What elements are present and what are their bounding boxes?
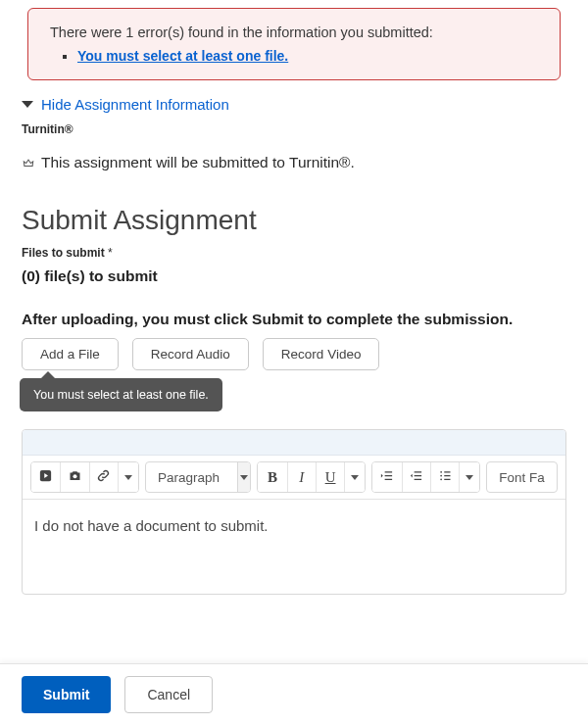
- toolbar-group-format: B I U: [257, 461, 366, 493]
- indent-button[interactable]: [372, 462, 401, 492]
- chevron-down-icon: [124, 475, 132, 480]
- bold-icon: B: [268, 469, 277, 486]
- files-field-label: Files to submit *: [22, 246, 566, 260]
- chevron-down-icon: [240, 475, 248, 480]
- insert-link-button[interactable]: [89, 462, 118, 492]
- paragraph-style-drop: [237, 462, 250, 492]
- indent-icon: [379, 468, 394, 486]
- toggle-assignment-info-label: Hide Assignment Information: [41, 96, 229, 113]
- record-video-button[interactable]: Record Video: [263, 338, 380, 370]
- footer-action-bar: Submit Cancel: [0, 663, 588, 673]
- record-audio-button[interactable]: Record Audio: [132, 338, 249, 370]
- bold-button[interactable]: B: [258, 462, 286, 492]
- font-family-select[interactable]: Font Fa: [486, 461, 558, 493]
- svg-point-3: [440, 475, 442, 477]
- link-icon: [96, 468, 111, 486]
- paragraph-style-label: Paragraph: [146, 462, 237, 492]
- form-error-item: You must select at least one file.: [77, 48, 538, 64]
- bullet-list-icon: [438, 468, 453, 486]
- toggle-assignment-info[interactable]: Hide Assignment Information: [22, 96, 229, 113]
- insert-image-button[interactable]: [60, 462, 88, 492]
- form-error-link[interactable]: You must select at least one file.: [77, 48, 288, 64]
- add-file-error-tooltip: You must select at least one file.: [20, 378, 222, 411]
- play-icon: [38, 468, 53, 486]
- paragraph-style-select[interactable]: Paragraph: [145, 461, 251, 493]
- svg-point-2: [440, 471, 442, 473]
- editor-top-strip: [23, 430, 565, 456]
- font-family-label: Font Fa: [487, 462, 558, 492]
- italic-button[interactable]: I: [287, 462, 316, 492]
- outdent-button[interactable]: [402, 462, 430, 492]
- toolbar-group-list: [371, 461, 480, 493]
- form-error-alert: There were 1 error(s) found in the infor…: [27, 8, 561, 80]
- page-title: Submit Assignment: [22, 205, 566, 236]
- chevron-down-icon: [466, 475, 473, 480]
- underline-button[interactable]: U: [316, 462, 344, 492]
- upload-button-row: Add a File Record Audio Record Video: [22, 338, 566, 370]
- toolbar-group-media: [30, 461, 139, 493]
- chevron-down-icon: [351, 475, 359, 480]
- turnitin-label: Turnitin®: [22, 122, 566, 136]
- underline-icon: U: [325, 469, 336, 486]
- format-more-dropdown[interactable]: [344, 462, 365, 492]
- svg-point-4: [440, 478, 442, 480]
- required-mark: *: [108, 246, 113, 260]
- editor-toolbar: Paragraph B I U: [23, 456, 565, 500]
- insert-media-button[interactable]: [31, 462, 60, 492]
- add-file-button[interactable]: Add a File: [22, 338, 119, 370]
- editor-content[interactable]: I do not have a document to submit.: [23, 500, 565, 594]
- turnitin-message: This assignment will be submitted to Tur…: [41, 154, 355, 171]
- comments-editor: Paragraph B I U: [22, 429, 566, 595]
- turnitin-message-row: This assignment will be submitted to Tur…: [22, 154, 566, 171]
- italic-icon: I: [299, 469, 304, 486]
- camera-icon: [68, 468, 82, 486]
- form-error-list: You must select at least one file.: [50, 48, 538, 64]
- files-label-text: Files to submit: [22, 246, 105, 260]
- outdent-icon: [409, 468, 423, 486]
- bullet-list-button[interactable]: [430, 462, 459, 492]
- svg-point-1: [73, 474, 76, 478]
- form-error-title: There were 1 error(s) found in the infor…: [50, 24, 538, 40]
- turnitin-icon: [22, 156, 35, 169]
- list-more-dropdown[interactable]: [459, 462, 479, 492]
- chevron-down-icon: [22, 101, 33, 108]
- files-summary: (0) file(s) to submit: [22, 267, 566, 285]
- submit-instruction: After uploading, you must click Submit t…: [22, 311, 566, 328]
- media-more-dropdown[interactable]: [118, 462, 138, 492]
